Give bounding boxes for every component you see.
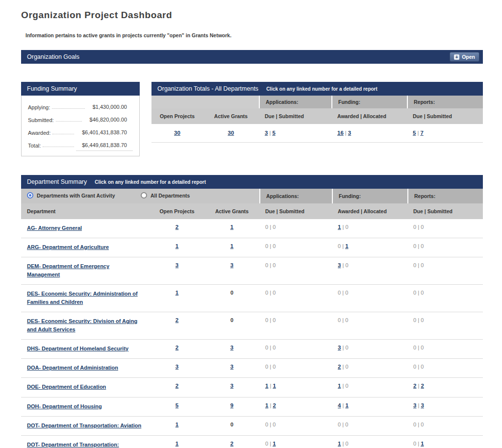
- pipe-separator: |: [416, 262, 421, 268]
- linked-number[interactable]: 3: [176, 364, 178, 370]
- linked-number[interactable]: 1: [176, 422, 178, 427]
- linked-number[interactable]: 30: [228, 130, 234, 136]
- pipe-separator: |: [416, 345, 421, 350]
- filter-departments-with-grant-activity[interactable]: Departments with Grant Activity: [27, 192, 115, 199]
- applications-cell: 0 | 0: [259, 312, 332, 340]
- static-number: 0: [421, 364, 424, 370]
- department-link[interactable]: DOE- Department of Education: [27, 384, 106, 390]
- linked-number[interactable]: 5: [272, 130, 275, 136]
- linked-number[interactable]: 2: [230, 441, 233, 447]
- linked-number[interactable]: 1: [176, 290, 178, 296]
- linked-number[interactable]: 3: [421, 402, 424, 408]
- department-link[interactable]: DHS- Department of Homeland Security: [27, 346, 128, 351]
- linked-number[interactable]: 1: [176, 243, 178, 249]
- linked-number[interactable]: 1: [176, 441, 178, 447]
- department-link[interactable]: DES- Economic Security: Administration o…: [27, 291, 138, 305]
- reports-cell: 3 | 3: [407, 398, 483, 417]
- linked-number[interactable]: 1: [230, 243, 233, 249]
- static-number: 0: [273, 364, 276, 370]
- linked-number[interactable]: 2: [176, 224, 178, 230]
- static-number: 0: [345, 224, 348, 230]
- linked-number[interactable]: 30: [174, 130, 180, 136]
- dotted-leader: [52, 108, 84, 109]
- department-cell: DES- Economic Security: Administration o…: [21, 285, 150, 312]
- linked-number[interactable]: 3: [176, 262, 178, 268]
- active-grants-cell: 0: [204, 285, 259, 312]
- active-grants-cell: 2: [204, 436, 259, 448]
- pipe-separator: |: [416, 364, 421, 370]
- linked-number[interactable]: 16: [337, 130, 344, 136]
- department-link[interactable]: DES- Economic Security: Division of Agin…: [27, 318, 137, 332]
- static-number: 0: [273, 345, 276, 350]
- funding-cell: 3 | 0: [332, 257, 407, 285]
- linked-number[interactable]: 2: [176, 383, 178, 389]
- department-link[interactable]: DOH- Department of Housing: [27, 403, 102, 409]
- reports-cell: 0 | 0: [407, 312, 483, 340]
- linked-number[interactable]: 2: [176, 345, 178, 350]
- funding-group-header: Funding:: [332, 189, 407, 203]
- dotted-leader: [52, 134, 74, 134]
- linked-number[interactable]: 1: [230, 224, 233, 230]
- table-row: DEM- Department of Emergency Management3…: [21, 257, 483, 285]
- linked-number[interactable]: 3: [230, 262, 233, 268]
- linked-number[interactable]: 2: [176, 317, 178, 323]
- filter-all-departments[interactable]: All Departments: [141, 192, 190, 199]
- department-link[interactable]: DOT- Department of Transportation: Aviat…: [27, 423, 141, 428]
- linked-number[interactable]: 3: [230, 364, 233, 370]
- radio-selected-icon[interactable]: [27, 192, 33, 199]
- reports-cell: 0 | 0: [407, 340, 483, 359]
- funding-row: Total: $6,449,681,838.70: [28, 138, 133, 151]
- linked-number[interactable]: 2: [421, 383, 424, 389]
- linked-number[interactable]: 1: [421, 441, 424, 447]
- funding-cell: 1 | 0: [332, 219, 407, 238]
- department-cell: DOE- Department of Education: [21, 378, 150, 397]
- department-link[interactable]: AG- Attorney General: [27, 225, 82, 231]
- reports-due-submitted-header: Due | Submitted: [407, 203, 483, 219]
- table-row: DES- Economic Security: Administration o…: [21, 285, 483, 312]
- linked-number[interactable]: 1: [273, 383, 276, 389]
- funding-cell: 2 | 0: [332, 359, 407, 378]
- linked-number[interactable]: 7: [420, 130, 423, 136]
- linked-number[interactable]: 1: [273, 441, 276, 447]
- reports-cell: 0 | 0: [407, 219, 483, 238]
- department-link[interactable]: DOA- Department of Administration: [27, 365, 118, 371]
- funding-summary-header: Funding Summary: [21, 82, 140, 96]
- applications-due-submitted-header: Due | Submitted: [259, 108, 331, 124]
- static-number: 0: [421, 290, 424, 296]
- active-grants-cell: 3: [204, 257, 259, 285]
- table-row: DES- Economic Security: Division of Agin…: [21, 312, 483, 340]
- static-number: 0: [345, 290, 348, 296]
- static-number: 0: [345, 441, 348, 447]
- linked-number[interactable]: 1: [345, 402, 348, 408]
- pipe-separator: |: [416, 224, 421, 230]
- static-number: 0: [421, 262, 424, 268]
- open-projects-cell: 3: [150, 359, 204, 378]
- funding-cell: 1 | 0: [332, 436, 407, 448]
- pipe-separator: |: [344, 130, 348, 136]
- organization-goals-bar: Organization Goals + Open: [21, 50, 483, 64]
- awarded-allocated-header: Awarded | Allocated: [332, 203, 407, 219]
- static-number: 0: [421, 422, 424, 427]
- open-projects-header: Open Projects: [150, 203, 204, 219]
- department-link[interactable]: ARG- Department of Agriculture: [27, 244, 109, 250]
- department-link[interactable]: DOT- Department of Transportation: Multi…: [27, 442, 119, 448]
- pipe-separator: |: [268, 441, 273, 447]
- reports-cell: 0 | 0: [407, 257, 483, 285]
- group-header-blank: [151, 96, 259, 108]
- linked-number[interactable]: 5: [176, 402, 178, 408]
- department-link[interactable]: DEM- Department of Emergency Management: [27, 263, 109, 277]
- funding-summary-body: Applying: $1,430,000.00 Submitted: $46,8…: [21, 96, 140, 156]
- linked-number[interactable]: 3: [230, 345, 233, 350]
- dotted-leader: [43, 147, 74, 147]
- linked-number[interactable]: 1: [345, 243, 348, 249]
- open-button[interactable]: + Open: [450, 52, 479, 62]
- radio-icon[interactable]: [141, 192, 147, 199]
- pipe-separator: |: [268, 317, 273, 323]
- department-cell: DOH- Department of Housing: [21, 398, 150, 417]
- linked-number[interactable]: 9: [230, 402, 233, 408]
- linked-number[interactable]: 3: [230, 383, 233, 389]
- open-projects-cell: 2: [150, 312, 204, 340]
- linked-number[interactable]: 3: [348, 130, 351, 136]
- linked-number[interactable]: 2: [273, 402, 276, 408]
- applications-due-submitted-header: Due | Submitted: [259, 203, 332, 219]
